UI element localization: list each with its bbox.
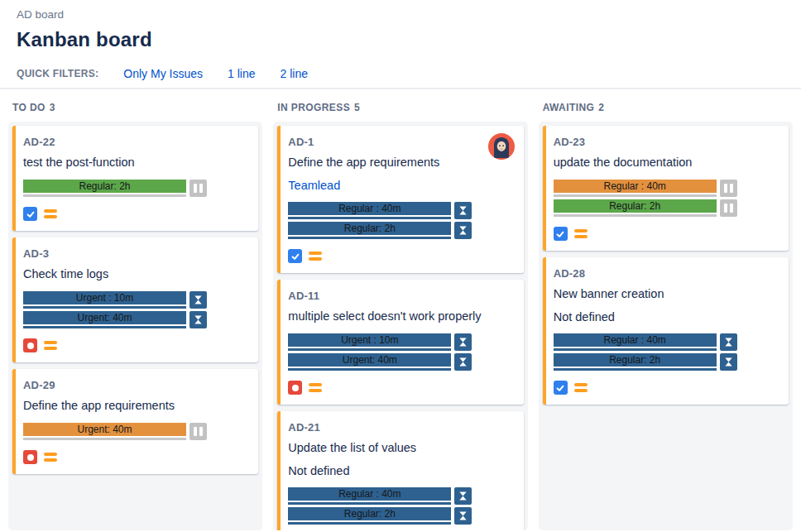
- hourglass-button[interactable]: [454, 353, 472, 371]
- timer-label: Urgent: 40m: [23, 311, 186, 324]
- timer-row: Urgent : 10m: [288, 333, 472, 351]
- column-body: AD-1 Define the app requirements Teamlea…: [273, 122, 527, 530]
- hourglass-button[interactable]: [454, 202, 472, 219]
- timer-list: Urgent: 40m: [23, 423, 207, 440]
- card-key: AD-1: [288, 136, 513, 148]
- hourglass-button[interactable]: [720, 353, 737, 371]
- timer-label: Regular : 40m: [288, 487, 451, 501]
- timer-label: Regular : 40m: [554, 180, 717, 193]
- timer-bar: Regular: 2h: [554, 353, 717, 371]
- bug-dot: [27, 343, 34, 349]
- column-count: 3: [50, 102, 55, 113]
- timer-track: [288, 502, 451, 505]
- timer-bar: Regular : 40m: [288, 202, 451, 219]
- issue-card[interactable]: AD-21 Update the list of values Not defi…: [277, 411, 523, 530]
- quick-filter-1[interactable]: Only My Issues: [123, 67, 203, 80]
- column-header: AWAITING2: [539, 89, 793, 122]
- card-key: AD-23: [554, 136, 779, 148]
- timer-track: [23, 438, 186, 440]
- timer-label: Urgent : 10m: [23, 291, 186, 304]
- timer-track: [554, 194, 717, 197]
- timer-bar: Regular : 40m: [554, 333, 717, 351]
- card-subtitle: Not defined: [554, 310, 779, 324]
- column-body: AD-23 update the documentation Regular :…: [539, 122, 793, 530]
- issue-card[interactable]: AD-28 New banner creation Not defined Re…: [543, 257, 789, 405]
- hourglass-button[interactable]: [454, 222, 472, 239]
- card-title: test the post-function: [23, 155, 248, 170]
- timer-bar: Urgent: 40m: [288, 353, 451, 371]
- timer-bar: Regular : 40m: [288, 487, 451, 505]
- column-count: 5: [354, 102, 360, 113]
- timer-track: [288, 237, 451, 239]
- pause-button[interactable]: [720, 180, 737, 197]
- quick-filter-2[interactable]: 1 line: [228, 67, 255, 80]
- card-key: AD-22: [23, 136, 248, 148]
- timer-row: Regular: 2h: [288, 222, 472, 239]
- priority-medium-icon: [574, 229, 588, 238]
- breadcrumb[interactable]: AD board: [17, 8, 784, 21]
- hourglass-button[interactable]: [189, 291, 207, 309]
- bug-dot: [292, 385, 299, 391]
- card-title: Check time logs: [23, 266, 248, 281]
- hourglass-button[interactable]: [720, 333, 737, 351]
- column-name: TO DO: [12, 102, 46, 113]
- card-title: New banner creation: [554, 286, 779, 301]
- card-footer: [288, 249, 513, 263]
- pause-button[interactable]: [189, 423, 207, 440]
- hourglass-button[interactable]: [454, 487, 472, 505]
- timer-row: Regular: 2h: [288, 507, 472, 525]
- timer-list: Regular : 40m Regular: 2h: [554, 180, 737, 217]
- hourglass-button[interactable]: [189, 311, 207, 328]
- hourglass-button[interactable]: [454, 333, 472, 351]
- priority-medium-icon: [44, 453, 57, 462]
- bug-icon: [288, 381, 302, 395]
- task-icon: [554, 227, 568, 241]
- card-subtitle: Not defined: [288, 464, 513, 477]
- issue-card[interactable]: AD-3 Check time logs Urgent : 10m Urgent…: [12, 237, 258, 362]
- priority-medium-icon: [574, 383, 588, 392]
- timer-bar: Regular: 2h: [288, 507, 451, 525]
- task-icon: [288, 249, 302, 263]
- pause-button[interactable]: [189, 180, 207, 197]
- pause-button[interactable]: [720, 199, 737, 217]
- card-key: AD-21: [288, 421, 513, 434]
- issue-card[interactable]: AD-22 test the post-function Regular: 2h: [12, 126, 258, 231]
- bug-icon: [23, 338, 37, 352]
- priority-medium-icon: [309, 383, 322, 392]
- column-count: 2: [598, 102, 604, 113]
- timer-label: Regular: 2h: [23, 180, 186, 193]
- quick-filters-label: QUICK FILTERS:: [17, 68, 98, 79]
- priority-medium-icon: [309, 252, 322, 261]
- timer-row: Regular : 40m: [288, 487, 472, 505]
- board-header: AD board Kanban board QUICK FILTERS: Onl…: [0, 0, 801, 89]
- quick-filter-3[interactable]: 2 line: [280, 67, 307, 80]
- issue-card[interactable]: AD-23 update the documentation Regular :…: [543, 126, 789, 251]
- timer-track: [554, 214, 717, 217]
- timer-bar: Regular: 2h: [288, 222, 451, 239]
- timer-list: Urgent : 10m Urgent: 40m: [23, 291, 207, 328]
- timer-track: [288, 217, 451, 219]
- issue-card[interactable]: AD-29 Define the app requirements Urgent…: [12, 369, 258, 474]
- timer-list: Regular: 2h: [23, 180, 207, 197]
- assignee-avatar: [488, 133, 515, 160]
- timer-label: Regular: 2h: [288, 222, 451, 235]
- board: TO DO3 AD-22 test the post-function Regu…: [0, 89, 801, 530]
- timer-track: [23, 194, 186, 197]
- task-icon: [23, 207, 37, 221]
- timer-list: Urgent : 10m Urgent: 40m: [288, 333, 472, 371]
- timer-label: Regular: 2h: [288, 507, 451, 520]
- bug-dot: [27, 454, 34, 461]
- hourglass-button[interactable]: [454, 507, 472, 525]
- timer-bar: Urgent: 40m: [23, 311, 186, 328]
- card-subtitle[interactable]: Teamlead: [288, 179, 513, 192]
- timer-list: Regular : 40m Regular: 2h: [288, 202, 472, 239]
- card-title: Define the app requirements: [23, 398, 248, 413]
- board-column: AWAITING2 AD-23 update the documentation…: [539, 89, 793, 530]
- timer-row: Regular : 40m: [554, 180, 737, 197]
- issue-card[interactable]: AD-11 multiple select doesn't work prope…: [277, 280, 523, 405]
- card-footer: [23, 450, 248, 464]
- page-title: Kanban board: [17, 28, 784, 51]
- column-header: IN PROGRESS5: [273, 89, 527, 122]
- timer-label: Regular : 40m: [554, 333, 717, 347]
- issue-card[interactable]: AD-1 Define the app requirements Teamlea…: [277, 126, 523, 273]
